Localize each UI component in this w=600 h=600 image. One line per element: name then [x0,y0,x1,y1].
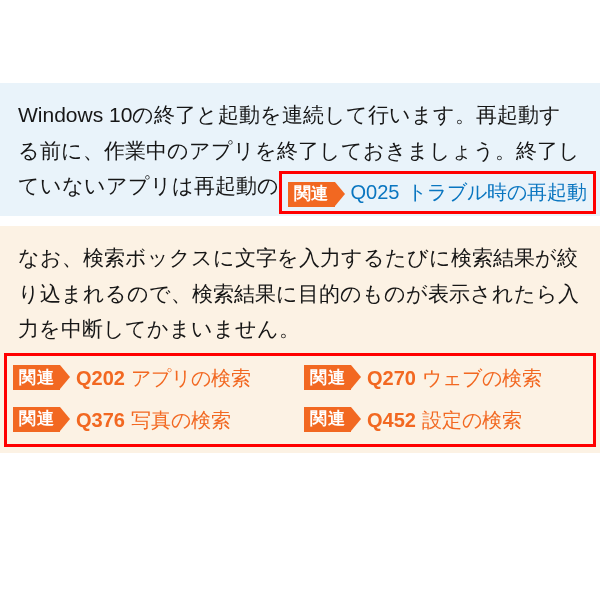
related-tag: 関連 [304,365,351,390]
related-box-blue: 関連 Q025 トラブル時の再起動 [279,171,596,214]
related-code: Q376 [76,409,125,431]
related-tag: 関連 [288,182,335,207]
section-blue: Windows 10の終了と起動を連続して行います。再起動する前に、作業中のアプ… [0,83,600,216]
related-link-q376[interactable]: Q376 写真の検索 [76,402,231,438]
related-code: Q452 [367,409,416,431]
related-title: 設定の検索 [422,409,522,431]
related-title: 写真の検索 [131,409,231,431]
related-link-q202[interactable]: Q202 アプリの検索 [76,360,251,396]
related-title: ウェブの検索 [422,367,542,389]
related-tag: 関連 [13,407,60,432]
related-link-q270[interactable]: Q270 ウェブの検索 [367,360,542,396]
related-tag: 関連 [304,407,351,432]
related-code: Q270 [367,367,416,389]
related-item: 関連 Q270 ウェブの検索 [304,360,587,396]
related-tag: 関連 [13,365,60,390]
cream-paragraph: なお、検索ボックスに文字を入力するたびに検索結果が絞り込まれるので、検索結果に目… [18,240,582,347]
related-link-q452[interactable]: Q452 設定の検索 [367,402,522,438]
related-item: 関連 Q376 写真の検索 [13,402,296,438]
related-grid: 関連 Q202 アプリの検索 関連 Q270 ウェブの検索 関連 Q376 写真… [4,353,596,446]
related-item: 関連 Q202 アプリの検索 [13,360,296,396]
related-title: アプリの検索 [131,367,251,389]
related-code: Q202 [76,367,125,389]
related-code: Q025 [351,181,400,203]
related-title: トラブル時の再起動 [407,181,587,203]
related-link-q025[interactable]: Q025 トラブル時の再起動 [351,181,588,203]
related-item: 関連 Q452 設定の検索 [304,402,587,438]
section-cream: なお、検索ボックスに文字を入力するたびに検索結果が絞り込まれるので、検索結果に目… [0,226,600,452]
